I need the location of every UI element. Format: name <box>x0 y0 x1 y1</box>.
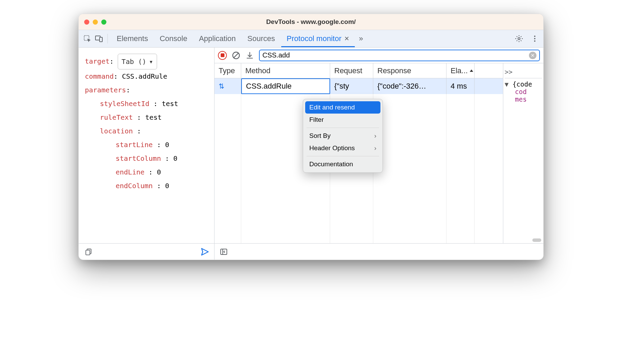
settings-icon[interactable] <box>514 34 524 44</box>
table-row[interactable]: ⇅ CSS.addRule {"sty {"code":-326… 4 ms <box>215 78 503 94</box>
send-command-button[interactable] <box>200 247 209 256</box>
chevron-down-icon: ▾ <box>149 55 153 68</box>
param-key: styleSheetId <box>100 100 150 108</box>
devtools-window: DevTools - www.google.com/ Elements Cons… <box>78 14 544 260</box>
column-elapsed[interactable]: Ela... <box>446 63 475 78</box>
collapse-sidebar-icon[interactable] <box>219 247 229 257</box>
tab-label: Console <box>160 34 187 43</box>
param-key: ruleText <box>100 113 133 121</box>
filter-field[interactable]: ✕ <box>259 50 540 61</box>
clear-filter-icon[interactable]: ✕ <box>529 52 536 59</box>
param-key: startColumn <box>116 154 161 162</box>
param-value[interactable]: test <box>145 113 161 121</box>
window-title: DevTools - www.google.com/ <box>79 18 543 26</box>
menu-separator <box>307 156 379 156</box>
clear-log-icon[interactable] <box>232 51 241 60</box>
copy-icon[interactable] <box>83 247 94 257</box>
param-value[interactable]: 0 <box>165 182 169 190</box>
menu-documentation[interactable]: Documentation <box>305 158 380 170</box>
param-value[interactable]: 0 <box>173 154 178 162</box>
cell-response: {"code":-326… <box>373 78 446 94</box>
panel-tabs: Elements Console Application Sources Pro… <box>111 30 366 47</box>
param-value[interactable]: 0 <box>157 168 161 176</box>
column-method[interactable]: Method <box>241 63 330 78</box>
horizontal-scrollbar[interactable] <box>503 238 543 242</box>
tab-label: Application <box>199 34 236 43</box>
chevron-right-icon: › <box>374 144 376 152</box>
svg-rect-2 <box>100 37 102 42</box>
param-value[interactable]: 0 <box>165 141 169 149</box>
inspect-element-icon[interactable] <box>82 34 92 44</box>
chevron-right-icon: › <box>374 132 376 140</box>
record-button[interactable] <box>218 51 227 60</box>
tab-label: Protocol monitor <box>287 34 341 43</box>
command-editor-pane: target: Tab () ▾ command: CSS.addRule pa… <box>79 48 215 260</box>
svg-point-6 <box>534 40 535 42</box>
column-response[interactable]: Response <box>373 63 446 78</box>
tab-elements[interactable]: Elements <box>111 30 154 47</box>
more-tabs-icon[interactable]: » <box>355 34 366 43</box>
tab-sources[interactable]: Sources <box>242 30 281 47</box>
devtools-toolbar: Elements Console Application Sources Pro… <box>79 30 543 48</box>
context-menu: Edit and resend Filter Sort By› Header O… <box>303 99 383 173</box>
json-text: {code <box>513 80 532 88</box>
param-key: location <box>100 127 133 135</box>
table-header: Type Method Request Response Ela... <box>215 63 503 78</box>
command-editor-footer <box>79 243 214 260</box>
tab-protocol-monitor[interactable]: Protocol monitor ✕ <box>281 30 355 47</box>
log-toolbar: ✕ <box>215 48 543 63</box>
bidirectional-icon: ⇅ <box>219 82 224 90</box>
content-area: target: Tab () ▾ command: CSS.addRule pa… <box>79 48 543 260</box>
menu-filter[interactable]: Filter <box>305 114 380 126</box>
svg-line-10 <box>233 53 238 58</box>
command-editor-body: target: Tab () ▾ command: CSS.addRule pa… <box>79 48 214 243</box>
cell-method: CSS.addRule <box>241 78 330 94</box>
cell-type: ⇅ <box>215 78 241 94</box>
svg-point-3 <box>518 38 520 40</box>
protocol-log-pane: ✕ Type Method Request Response Ela... <box>215 48 543 260</box>
param-key: endColumn <box>116 182 153 190</box>
filter-input[interactable] <box>262 51 529 59</box>
svg-point-5 <box>534 38 535 39</box>
json-key: mes <box>515 95 527 103</box>
tab-application[interactable]: Application <box>193 30 241 47</box>
download-icon[interactable] <box>245 51 254 60</box>
close-tab-icon[interactable]: ✕ <box>344 35 349 42</box>
menu-sort-by[interactable]: Sort By› <box>305 130 380 142</box>
param-key: endLine <box>116 168 144 176</box>
cell-elapsed: 4 ms <box>446 78 475 94</box>
window-titlebar: DevTools - www.google.com/ <box>79 14 543 30</box>
target-label: target <box>85 57 109 65</box>
svg-rect-8 <box>86 250 90 255</box>
target-value: Tab () <box>121 55 146 68</box>
tab-label: Elements <box>117 34 148 43</box>
cell-request: {"sty <box>330 78 373 94</box>
param-value[interactable]: test <box>162 100 178 108</box>
target-select[interactable]: Tab () ▾ <box>118 54 157 69</box>
command-value: CSS.addRule <box>122 72 167 80</box>
details-pane: >> ▼ {code cod mes <box>503 63 543 243</box>
menu-edit-resend[interactable]: Edit and resend <box>305 101 380 114</box>
json-key: cod <box>515 88 527 95</box>
column-request[interactable]: Request <box>330 63 373 78</box>
tab-label: Sources <box>247 34 275 43</box>
more-columns-icon[interactable]: >> <box>505 68 513 76</box>
toolbar-divider <box>107 34 108 43</box>
menu-separator <box>307 128 379 128</box>
log-table: Type Method Request Response Ela... ⇅ CS… <box>215 63 503 243</box>
svg-point-4 <box>534 36 535 37</box>
column-type[interactable]: Type <box>215 63 241 78</box>
menu-header-options[interactable]: Header Options› <box>305 142 380 154</box>
device-toolbar-icon[interactable] <box>94 34 104 44</box>
right-footer <box>215 243 543 260</box>
parameters-label: parameters <box>85 86 126 94</box>
tab-console[interactable]: Console <box>154 30 193 47</box>
kebab-menu-icon[interactable] <box>530 34 540 44</box>
disclosure-triangle-icon[interactable]: ▼ <box>505 80 508 88</box>
param-key: startLine <box>116 141 153 149</box>
command-label: command <box>85 72 114 80</box>
